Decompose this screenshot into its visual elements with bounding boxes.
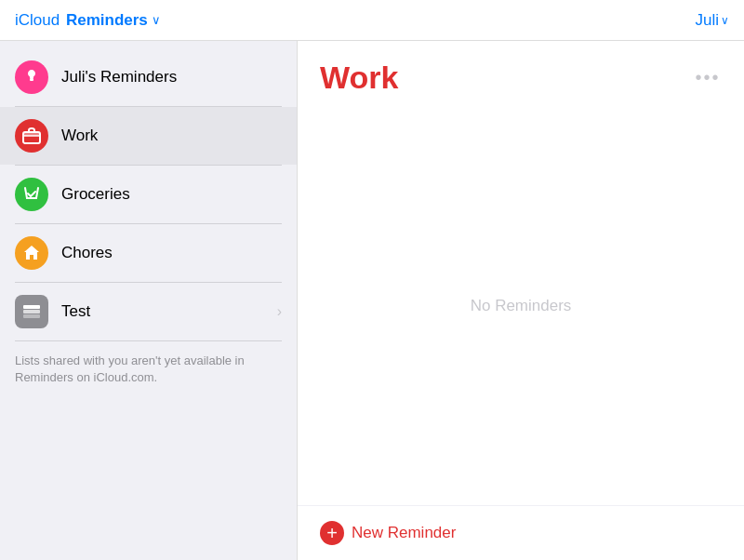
new-reminder-label: New Reminder [352, 524, 456, 542]
reminders-label: Reminders [61, 11, 148, 30]
user-menu[interactable]: Juli ∨ [695, 11, 729, 30]
inbox-icon [15, 119, 48, 153]
reminders-list: No Reminders [298, 107, 744, 505]
sidebar: Juli's Reminders Work Groceries Chores T… [0, 41, 298, 560]
sidebar-list: Juli's Reminders Work Groceries Chores T… [0, 48, 297, 340]
content-header: Work ••• [298, 41, 744, 107]
svg-rect-6 [23, 314, 40, 318]
svg-rect-0 [30, 78, 33, 81]
main-layout: Juli's Reminders Work Groceries Chores T… [0, 41, 744, 560]
sidebar-item-label-chores: Chores [61, 244, 282, 262]
header-brand[interactable]: iCloud Reminders ∨ [15, 11, 161, 30]
house-icon [15, 236, 48, 270]
moon-icon [15, 60, 48, 94]
list-title: Work [320, 60, 398, 96]
sidebar-item-work[interactable]: Work [0, 107, 297, 165]
new-reminder-icon: + [320, 521, 344, 545]
more-button[interactable]: ••• [694, 64, 722, 92]
stack-icon [15, 295, 48, 328]
app-header: iCloud Reminders ∨ Juli ∨ [0, 0, 744, 41]
sidebar-item-label-test: Test [61, 302, 264, 321]
svg-rect-5 [23, 310, 40, 313]
pencil-icon [15, 178, 48, 211]
sidebar-item-label-groceries: Groceries [61, 185, 282, 204]
svg-rect-4 [23, 305, 40, 309]
sidebar-item-groceries[interactable]: Groceries [0, 166, 297, 223]
sidebar-item-label-julis-reminders: Juli's Reminders [61, 68, 282, 87]
no-reminders-label: No Reminders [471, 297, 572, 315]
user-label: Juli [695, 11, 719, 30]
sidebar-item-chores[interactable]: Chores [0, 224, 297, 282]
sidebar-item-julis-reminders[interactable]: Juli's Reminders [0, 48, 297, 106]
reminders-chevron[interactable]: ∨ [152, 13, 161, 27]
user-chevron-icon: ∨ [721, 14, 729, 27]
chevron-right-icon: › [277, 303, 282, 320]
new-reminder-area[interactable]: + New Reminder [298, 505, 744, 560]
sidebar-footer: Lists shared with you aren't yet availab… [0, 341, 297, 397]
sidebar-item-test[interactable]: Test› [0, 283, 297, 340]
icloud-label: iCloud [15, 11, 60, 30]
sidebar-item-label-work: Work [61, 127, 282, 145]
content-area: Work ••• No Reminders + New Reminder [298, 41, 744, 560]
